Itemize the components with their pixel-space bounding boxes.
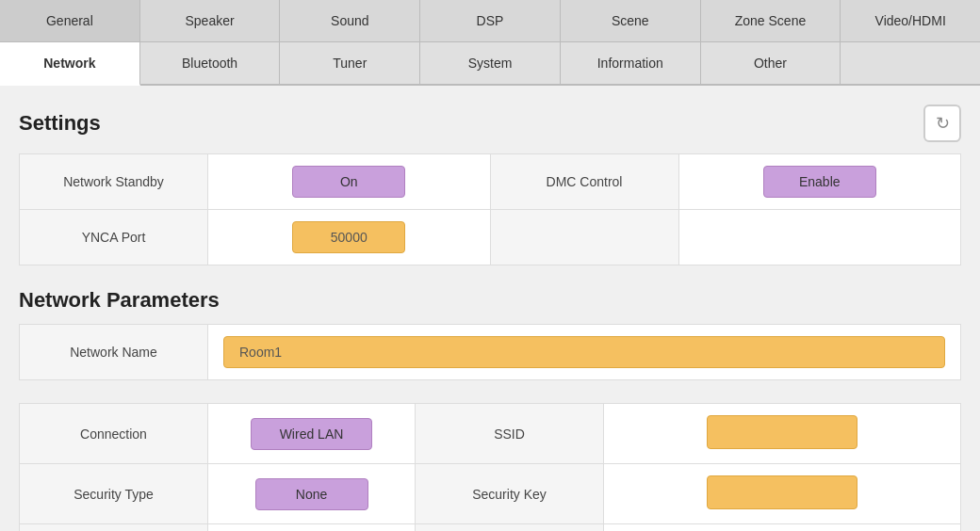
network-name-table: Network Name Room1	[19, 324, 961, 380]
tab-system[interactable]: System	[420, 42, 561, 84]
content-area: Settings ↻ Network Standby On DMC Contro…	[0, 86, 980, 531]
tab-video-hdmi[interactable]: Video/HDMI	[841, 0, 980, 41]
tab-network[interactable]: Network	[0, 42, 140, 86]
empty-cell-2	[678, 210, 961, 266]
ip-address-value: 192.168.0.2	[604, 524, 961, 532]
top-tab-bar: General Speaker Sound DSP Scene Zone Sce…	[0, 0, 980, 42]
table-row: YNCA Port 50000	[20, 210, 961, 266]
ip-address-label: IP Address	[416, 524, 604, 532]
dmc-control-label: DMC Control	[490, 154, 678, 210]
tab-empty	[841, 42, 980, 84]
ssid-label: SSID	[416, 404, 604, 464]
tab-information[interactable]: Information	[561, 42, 701, 84]
network-standby-label: Network Standby	[20, 154, 208, 210]
security-type-label: Security Type	[20, 464, 208, 524]
table-row: Network Name Room1	[20, 325, 961, 380]
refresh-button[interactable]: ↻	[923, 105, 961, 142]
dmc-control-button[interactable]: Enable	[763, 166, 876, 198]
connection-value: Wired LAN	[208, 404, 416, 464]
bottom-tab-bar: Network Bluetooth Tuner System Informati…	[0, 42, 980, 86]
settings-table: Network Standby On DMC Control Enable YN…	[19, 153, 961, 266]
dhcp-value: On	[208, 524, 416, 532]
tab-zone-scene[interactable]: Zone Scene	[701, 0, 841, 41]
security-key-value	[604, 464, 961, 524]
security-type-button[interactable]: None	[255, 478, 368, 510]
settings-title: Settings	[19, 111, 101, 136]
ssid-display[interactable]	[707, 415, 858, 449]
empty-cell	[490, 210, 678, 266]
tab-other[interactable]: Other	[701, 42, 841, 84]
network-name-value-cell: Room1	[208, 325, 961, 380]
network-params-title: Network Parameters	[19, 288, 961, 313]
ynca-port-value: 50000	[208, 210, 491, 266]
tab-speaker[interactable]: Speaker	[140, 0, 281, 41]
security-type-value: None	[208, 464, 416, 524]
params-table: Connection Wired LAN SSID Security Type …	[19, 403, 961, 531]
tab-scene[interactable]: Scene	[561, 0, 701, 41]
settings-section-header: Settings ↻	[19, 105, 961, 142]
ynca-port-label: YNCA Port	[20, 210, 208, 266]
tab-tuner[interactable]: Tuner	[280, 42, 420, 84]
tab-dsp[interactable]: DSP	[420, 0, 561, 41]
dmc-control-value: Enable	[678, 154, 961, 210]
security-key-display[interactable]	[707, 475, 858, 509]
network-standby-button[interactable]: On	[292, 166, 405, 198]
dhcp-label: DHCP	[20, 524, 208, 532]
connection-button[interactable]: Wired LAN	[251, 418, 373, 450]
tab-sound[interactable]: Sound	[280, 0, 420, 41]
security-key-label: Security Key	[416, 464, 604, 524]
connection-label: Connection	[20, 404, 208, 464]
tab-general[interactable]: General	[0, 0, 140, 41]
ssid-value	[604, 404, 961, 464]
network-name-label: Network Name	[20, 325, 208, 380]
network-standby-value: On	[208, 154, 491, 210]
table-row: Network Standby On DMC Control Enable	[20, 154, 961, 210]
tab-bluetooth[interactable]: Bluetooth	[140, 42, 281, 84]
table-row: Security Type None Security Key	[20, 464, 961, 524]
network-name-display[interactable]: Room1	[223, 336, 945, 368]
ynca-port-button[interactable]: 50000	[292, 221, 405, 253]
table-row: DHCP On IP Address 192.168.0.2	[20, 524, 961, 532]
table-row: Connection Wired LAN SSID	[20, 404, 961, 464]
